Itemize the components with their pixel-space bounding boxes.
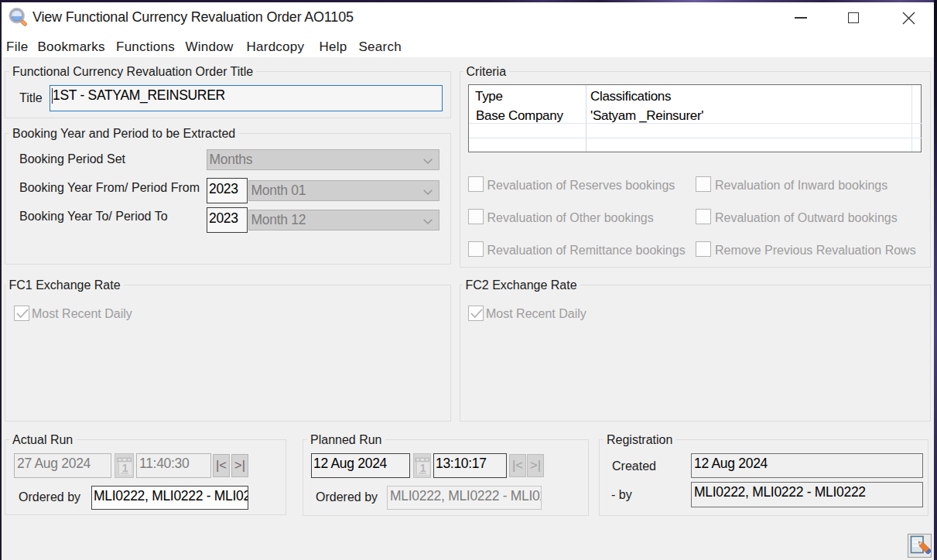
svg-text:1: 1	[420, 462, 426, 474]
svg-text:1: 1	[122, 462, 128, 474]
